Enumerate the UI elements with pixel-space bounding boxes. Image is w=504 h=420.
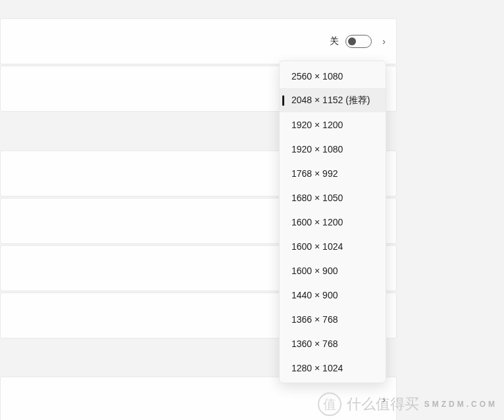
resolution-option-selected[interactable]: 2048 × 1152 (推荐)	[280, 88, 386, 112]
resolution-option[interactable]: 1600 × 900	[280, 258, 386, 283]
resolution-option[interactable]: 1600 × 1024	[280, 234, 386, 258]
chevron-right-icon[interactable]: ›	[382, 36, 386, 47]
resolution-dropdown: 2560 × 1080 2048 × 1152 (推荐) 1920 × 1200…	[279, 60, 386, 383]
toggle-label: 关	[330, 35, 339, 47]
resolution-option[interactable]: 1920 × 1200	[280, 112, 386, 137]
resolution-option[interactable]: 1768 × 992	[280, 161, 386, 185]
resolution-option[interactable]: 2560 × 1080	[280, 64, 386, 88]
resolution-option[interactable]: 1366 × 768	[280, 307, 386, 331]
resolution-option[interactable]: 1680 × 1050	[280, 185, 386, 210]
watermark-subtext: SMZDM.COM	[424, 400, 497, 409]
resolution-option[interactable]: 1440 × 900	[280, 283, 386, 307]
chevron-right-icon[interactable]: ›	[382, 394, 386, 405]
settings-row-toggle[interactable]: 关 ›	[0, 18, 397, 64]
resolution-option[interactable]: 1920 × 1080	[280, 137, 386, 161]
resolution-option[interactable]: 1280 × 1024	[280, 356, 386, 380]
dropdown-scroll[interactable]: 2560 × 1080 2048 × 1152 (推荐) 1920 × 1200…	[280, 64, 386, 380]
resolution-option[interactable]: 1600 × 1200	[280, 210, 386, 234]
resolution-option[interactable]: 1360 × 768	[280, 331, 386, 356]
toggle-switch[interactable]	[345, 35, 372, 48]
